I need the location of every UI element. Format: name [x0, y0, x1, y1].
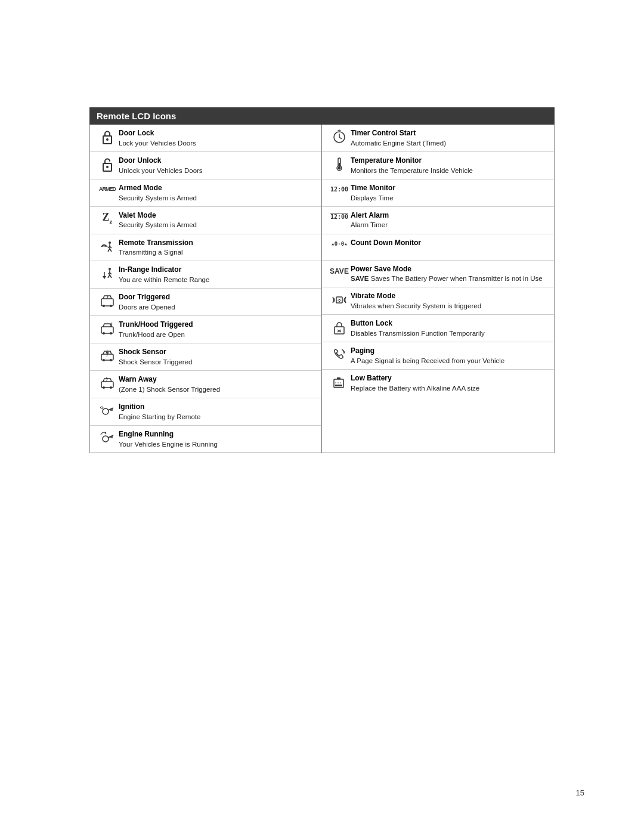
- list-item: Engine Running Your Vehicles Engine is R…: [90, 426, 321, 453]
- timer-control-start-icon: [328, 128, 351, 144]
- time-monitor-icon: ‪12:00: [328, 183, 351, 193]
- temperature-monitor-icon: [328, 156, 351, 172]
- shock-sensor-icon: [96, 347, 119, 364]
- list-item: Trunk/Hood Triggered Trunk/Hood are Open: [90, 316, 321, 343]
- list-item: Temperature Monitor Monitors the Tempera…: [322, 152, 554, 179]
- list-item: ★0·0★ Count Down Monitor: [322, 234, 554, 261]
- low-battery-icon: [328, 373, 351, 390]
- icons-table: Door Lock Lock your Vehicles Doors: [89, 125, 555, 453]
- alert-alarm-text: Alert Alarm Alarm Timer: [351, 210, 548, 230]
- alert-alarm-icon: ‪12:00: [328, 210, 351, 220]
- svg-line-8: [108, 249, 110, 252]
- svg-point-26: [103, 359, 105, 361]
- button-lock-icon: [328, 318, 351, 335]
- in-range-text: In-Range Indicator You are within Remote…: [119, 265, 315, 284]
- in-range-indicator-icon: [96, 265, 119, 281]
- time-monitor-text: Time Monitor Displays Time: [351, 183, 548, 203]
- door-triggered-icon: [96, 292, 119, 309]
- page-number: 15: [576, 788, 584, 797]
- list-item: Timer Control Start Automatic Engine Sta…: [322, 125, 554, 152]
- warn-away-text: Warn Away (Zone 1) Shock Sensor Triggere…: [119, 374, 315, 394]
- svg-point-10: [109, 268, 111, 270]
- svg-point-4: [109, 241, 111, 244]
- svg-point-1: [106, 138, 109, 141]
- svg-point-20: [110, 305, 112, 307]
- svg-point-27: [110, 359, 112, 361]
- right-column: Timer Control Start Automatic Engine Sta…: [322, 125, 554, 453]
- left-column: Door Lock Lock your Vehicles Doors: [90, 125, 322, 453]
- count-down-monitor-text: Count Down Monitor: [351, 238, 548, 248]
- list-item: Door Unlock Unlock your Vehicles Doors: [90, 152, 321, 179]
- shock-sensor-text: Shock Sensor Shock Sensor Triggered: [119, 347, 315, 367]
- armed-mode-icon: ARMED: [96, 183, 119, 192]
- svg-line-9: [110, 249, 112, 252]
- list-item: Paging A Page Signal is being Received f…: [322, 342, 554, 370]
- svg-rect-53: [335, 385, 342, 386]
- list-item: Vibrate Mode Vibrates when Security Syst…: [322, 287, 554, 315]
- low-battery-text: Low Battery Replace the Battery with Alk…: [351, 373, 548, 393]
- power-save-mode-text: Power Save Mode SAVE Saves The Battery P…: [351, 264, 548, 284]
- door-unlock-icon: [96, 156, 119, 172]
- engine-running-text: Engine Running Your Vehicles Engine is R…: [119, 429, 315, 449]
- armed-mode-text: Armed Mode Security System is Armed: [119, 183, 315, 203]
- svg-point-46: [338, 166, 341, 169]
- svg-point-24: [110, 332, 112, 335]
- svg-line-15: [110, 275, 112, 278]
- svg-rect-48: [335, 327, 344, 334]
- svg-line-14: [108, 275, 110, 278]
- paging-text: Paging A Page Signal is being Received f…: [351, 346, 548, 366]
- trunk-hood-triggered-icon: [96, 320, 119, 336]
- svg-rect-52: [337, 377, 340, 379]
- paging-icon: [328, 346, 351, 363]
- list-item: Ignition Engine Starting by Remote: [90, 398, 321, 426]
- list-item: Button Lock Disables Transmission Functi…: [322, 315, 554, 342]
- timer-control-start-text: Timer Control Start Automatic Engine Sta…: [351, 128, 548, 148]
- svg-point-31: [103, 408, 109, 414]
- page-content: Remote LCD Icons Door Lock Lock your V: [89, 107, 555, 453]
- list-item: ARMED Armed Mode Security System is Arme…: [90, 179, 321, 207]
- list-item: ‪12:00 Alert Alarm Alarm Timer: [322, 207, 554, 234]
- door-triggered-text: Door Triggered Doors are Opened: [119, 292, 315, 312]
- door-lock-icon: [96, 128, 119, 145]
- temperature-monitor-text: Temperature Monitor Monitors the Tempera…: [351, 156, 548, 175]
- door-lock-text: Door Lock Lock your Vehicles Doors: [119, 128, 315, 148]
- ignition-icon: [96, 402, 119, 419]
- vibrate-mode-icon: [328, 291, 351, 308]
- svg-point-30: [110, 386, 112, 389]
- list-item: ‪12:00 Time Monitor Displays Time: [322, 179, 554, 207]
- remote-transmission-text: Remote Transmission Transmitting a Signa…: [119, 238, 315, 258]
- icons-grid: Door Lock Lock your Vehicles Doors: [90, 125, 554, 453]
- valet-mode-text: Valet Mode Security System is Armed: [119, 210, 315, 230]
- list-item: Remote Transmission Transmitting a Signa…: [90, 234, 321, 262]
- engine-running-icon: [96, 429, 119, 446]
- svg-point-19: [103, 305, 105, 307]
- list-item: Low Battery Replace the Battery with Alk…: [322, 370, 554, 397]
- svg-rect-18: [101, 299, 113, 306]
- svg-line-42: [339, 137, 342, 139]
- door-unlock-text: Door Unlock Unlock your Vehicles Doors: [119, 156, 315, 175]
- warn-away-icon: [96, 374, 119, 391]
- section-header: Remote LCD Icons: [89, 107, 555, 125]
- list-item: Shock Sensor Shock Sensor Triggered: [90, 343, 321, 371]
- svg-point-35: [103, 436, 109, 442]
- svg-point-23: [103, 332, 105, 335]
- button-lock-text: Button Lock Disables Transmission Functi…: [351, 318, 548, 338]
- svg-point-3: [106, 166, 109, 168]
- list-item: Warn Away (Zone 1) Shock Sensor Triggere…: [90, 371, 321, 398]
- list-item: Door Lock Lock your Vehicles Doors: [90, 125, 321, 152]
- list-item: In-Range Indicator You are within Remote…: [90, 261, 321, 289]
- vibrate-mode-text: Vibrate Mode Vibrates when Security Syst…: [351, 291, 548, 311]
- list-item: Door Triggered Doors are Opened: [90, 289, 321, 316]
- svg-marker-17: [103, 276, 106, 279]
- count-down-monitor-icon: ★0·0★: [328, 238, 351, 247]
- power-save-mode-icon: SAVE: [328, 264, 351, 275]
- trunk-hood-text: Trunk/Hood Triggered Trunk/Hood are Open: [119, 320, 315, 339]
- svg-point-29: [103, 386, 105, 389]
- list-item: Zz Valet Mode Security System is Armed: [90, 207, 321, 234]
- remote-transmission-icon: [96, 238, 119, 255]
- list-item: SAVE Power Save Mode SAVE Saves The Batt…: [322, 261, 554, 288]
- ignition-text: Ignition Engine Starting by Remote: [119, 402, 315, 422]
- valet-mode-icon: Zz: [96, 210, 119, 225]
